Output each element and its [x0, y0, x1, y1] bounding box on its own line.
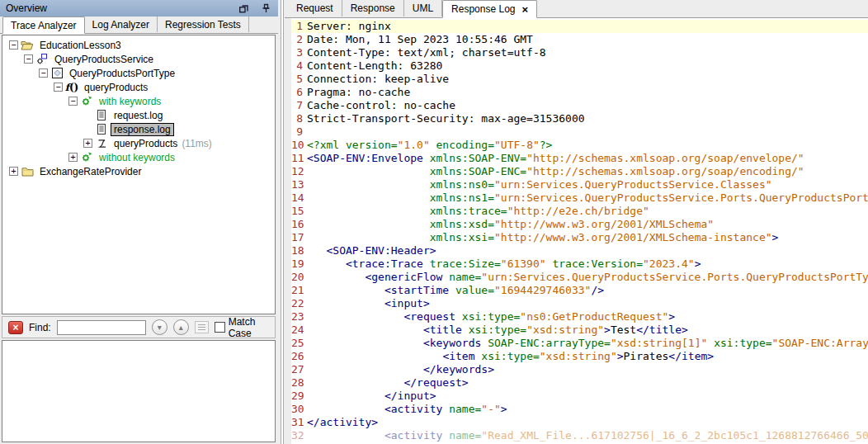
expand-icon[interactable]: +: [83, 139, 92, 148]
tab-response-log[interactable]: Response Log×: [442, 0, 537, 18]
line-text: xmlns:xsd="http://www.w3.org/2001/XMLSch…: [307, 218, 714, 231]
tree-item-label: response.log: [111, 124, 173, 135]
log-line: 5Connection: keep-alive: [291, 73, 868, 86]
tree-item-label: queryProducts: [111, 138, 180, 149]
line-number: 4: [291, 59, 307, 73]
tab-label: Request: [296, 2, 333, 14]
line-text: </activity>: [307, 416, 378, 429]
line-number: 8: [291, 112, 307, 125]
close-tab-icon[interactable]: ×: [521, 4, 528, 15]
tree-item-queryproducts[interactable]: −f()queryProducts: [2, 80, 275, 94]
line-number: 27: [291, 363, 307, 376]
line-number: 26: [291, 350, 307, 363]
line-number: 25: [291, 337, 307, 350]
line-text: <keywords SOAP-ENC:arrayType="xsd:string…: [307, 337, 868, 350]
response-log-content[interactable]: 1Server: nginx2Date: Mon, 11 Sep 2023 10…: [291, 18, 868, 444]
collapse-icon[interactable]: −: [39, 68, 48, 78]
log-line: 17 xmlns:xsi="http://www.w3.org/2001/XML…: [291, 231, 868, 244]
line-text: Content-Type: text/xml; charset=utf-8: [307, 46, 546, 59]
line-text: xmlns:ns0="urn:Services.QueryProductsSer…: [307, 178, 772, 191]
log-line: 11<SOAP-ENV:Envelope xmlns:SOAP-ENV="htt…: [291, 152, 868, 165]
collapse-icon[interactable]: −: [9, 40, 18, 50]
line-text: </input>: [307, 390, 436, 403]
folder-open-icon: [21, 40, 34, 51]
tree-expander-spacer: [83, 111, 92, 120]
find-previous-button[interactable]: ▴: [173, 319, 189, 335]
folder-closed-icon: [21, 166, 34, 177]
match-case-label: Match Case: [229, 316, 269, 339]
line-number: 3: [291, 46, 307, 59]
expand-icon[interactable]: +: [9, 167, 18, 176]
line-number: 11: [291, 152, 307, 165]
line-text: <item xsi:type="xsd:string">Pirates</ite…: [307, 350, 714, 363]
tree-item-queryproductsporttype[interactable]: −QueryProductsPortType: [2, 66, 275, 80]
log-line: 8Strict-Transport-Security: max-age=3153…: [291, 112, 868, 125]
tab-uml[interactable]: UML: [404, 0, 442, 17]
tab-trace-analyzer[interactable]: Trace Analyzer: [2, 17, 85, 34]
tree-item-queryproducts[interactable]: +queryProducts(11ms): [2, 136, 275, 150]
line-text: <genericFlow name="urn:Services.QueryPro…: [307, 271, 868, 284]
match-case-checkbox[interactable]: [215, 322, 225, 333]
log-line: 13 xmlns:ns0="urn:Services.QueryProducts…: [291, 178, 868, 191]
line-number: 2: [291, 33, 307, 46]
line-text: Date: Mon, 11 Sep 2023 10:55:46 GMT: [307, 33, 533, 46]
tree-item-response-log[interactable]: response.log: [2, 122, 275, 136]
tree-item-request-log[interactable]: request.log: [2, 108, 275, 122]
line-number: 29: [291, 390, 307, 403]
tab-response[interactable]: Response: [342, 0, 404, 17]
log-line: 15 xmlns:trace="http://e2e.ch/bridge": [291, 205, 868, 218]
line-number: 7: [291, 99, 307, 112]
log-line: 14 xmlns:ns1="urn:Services.QueryProducts…: [291, 191, 868, 205]
tree-item-label: request.log: [111, 110, 165, 121]
log-line: 31</activity>: [291, 416, 868, 429]
panel-splitter[interactable]: [278, 0, 285, 444]
log-line: 9: [291, 125, 868, 139]
trace-tree[interactable]: −EducationLesson3−QueryProductsService−Q…: [2, 35, 276, 314]
tree-item-with-keywords[interactable]: −with keywords: [2, 94, 275, 108]
line-number: 14: [291, 191, 307, 205]
float-window-icon[interactable]: [238, 3, 250, 14]
expand-icon[interactable]: +: [68, 153, 78, 162]
line-text: Server: nginx: [307, 20, 391, 33]
line-number: 21: [291, 284, 307, 297]
collapse-icon[interactable]: −: [68, 97, 78, 106]
line-number: 30: [291, 403, 307, 416]
line-number: 31: [291, 416, 307, 429]
collapse-icon[interactable]: −: [54, 83, 63, 92]
tab-request[interactable]: Request: [288, 0, 342, 17]
log-line: 1Server: nginx: [291, 20, 868, 33]
tree-item-exchangerateprovider[interactable]: +ExchangeRateProvider: [2, 164, 275, 178]
line-number: 32: [291, 429, 307, 442]
find-next-button[interactable]: ▾: [152, 319, 167, 335]
log-tab-bar: RequestResponseUMLResponse Log×: [285, 0, 868, 18]
find-input[interactable]: [57, 320, 146, 335]
tree-item-label: QueryProductsPortType: [67, 68, 177, 79]
tree-item-without-keywords[interactable]: +without keywords: [2, 150, 275, 164]
line-text: Strict-Transport-Security: max-age=31536…: [307, 112, 585, 125]
tab-log-analyzer[interactable]: Log Analyzer: [85, 17, 158, 32]
tab-regression-tests[interactable]: Regression Tests: [158, 17, 249, 32]
collapse-icon[interactable]: −: [24, 54, 33, 64]
find-close-button[interactable]: ×: [8, 321, 23, 334]
tree-item-queryproductsservice[interactable]: −QueryProductsService: [2, 52, 275, 66]
log-line: 27 </keywords>: [291, 363, 868, 376]
line-text: xmlns:trace="http://e2e.ch/bridge": [307, 205, 649, 218]
log-line: 22 <input>: [291, 297, 868, 310]
line-number: 17: [291, 231, 307, 244]
line-number: 19: [291, 257, 307, 271]
tree-item-educationlesson3[interactable]: −EducationLesson3: [2, 38, 275, 52]
log-line: 30 <activity name="-">: [291, 403, 868, 416]
line-text: xmlns:ns1="urn:Services.QueryProductsSer…: [307, 191, 868, 205]
line-number: 15: [291, 205, 307, 218]
pin-icon[interactable]: [260, 3, 272, 14]
tree-item-label: EducationLesson3: [37, 40, 124, 51]
test-run-green-icon: [80, 152, 93, 163]
tree-item-label: with keywords: [97, 96, 163, 107]
highlight-all-button[interactable]: [195, 321, 209, 333]
line-text: <startTime value="1694429746033"/>: [307, 284, 604, 297]
line-text: <?xml version="1.0" encoding="UTF-8"?>: [307, 139, 552, 152]
line-text: xmlns:xsi="http://www.w3.org/2001/XMLSch…: [307, 231, 778, 244]
line-text: Cache-control: no-cache: [307, 99, 455, 112]
line-number: 1: [291, 20, 307, 33]
panel-title: Overview: [6, 2, 228, 14]
